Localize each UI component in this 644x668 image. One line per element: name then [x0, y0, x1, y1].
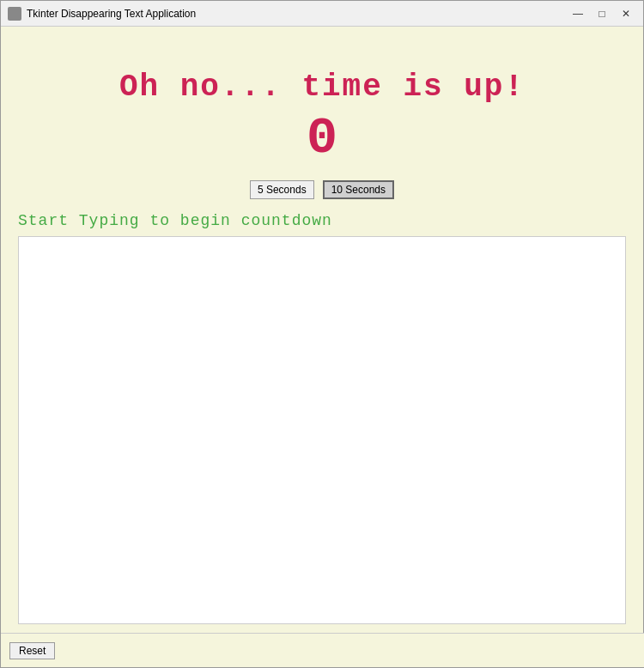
reset-button[interactable]: Reset: [9, 642, 55, 659]
ten-seconds-button[interactable]: 10 Seconds: [323, 180, 394, 199]
app-window: Tkinter Disappearing Text Application — …: [0, 0, 644, 668]
app-icon: [8, 7, 21, 21]
timer-buttons-row: 5 Seconds 10 Seconds: [250, 180, 394, 199]
time-up-message: Oh no... time is up!: [119, 70, 525, 105]
start-typing-label: Start Typing to begin countdown: [18, 212, 332, 229]
window-title: Tkinter Disappearing Text Application: [27, 8, 568, 20]
main-content: Oh no... time is up! 0 5 Seconds 10 Seco…: [1, 27, 643, 633]
window-controls: — □ ✕: [568, 5, 636, 22]
minimize-button[interactable]: —: [568, 5, 588, 22]
bottom-bar: Reset: [1, 633, 644, 667]
close-button[interactable]: ✕: [616, 5, 636, 22]
typing-area[interactable]: [18, 236, 626, 624]
countdown-display: 0: [307, 109, 337, 167]
five-seconds-button[interactable]: 5 Seconds: [250, 180, 314, 199]
maximize-button[interactable]: □: [592, 5, 612, 22]
title-bar: Tkinter Disappearing Text Application — …: [1, 1, 643, 27]
